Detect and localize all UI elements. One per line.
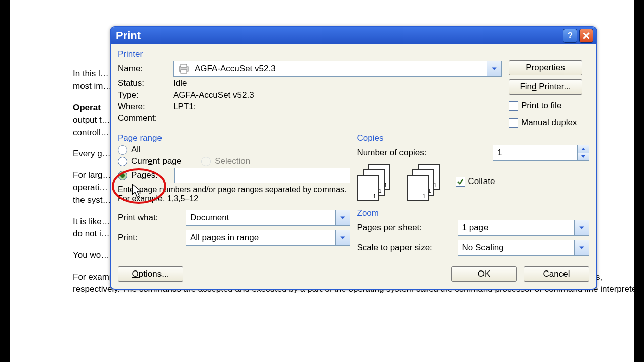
- dialog-title: Print: [116, 29, 561, 42]
- close-icon: [583, 32, 590, 39]
- copies-spinner[interactable]: 1: [493, 145, 589, 161]
- radio-icon: [201, 157, 211, 166]
- printer-name-combo[interactable]: AGFA-AccuSet v52.3: [173, 61, 502, 77]
- radio-icon: [118, 157, 127, 166]
- name-label: Name:: [118, 64, 173, 74]
- options-button[interactable]: Options...: [118, 266, 183, 282]
- pages-hint: Enter page numbers and/or page ranges se…: [118, 185, 350, 203]
- status-value: Idle: [173, 78, 187, 88]
- close-button[interactable]: [579, 29, 593, 43]
- print-to-file-checkbox[interactable]: Print to file: [509, 101, 589, 111]
- radio-icon: [118, 171, 127, 180]
- checkbox-icon: [509, 118, 518, 128]
- pages-per-sheet-label: Pages per sheet:: [357, 223, 458, 233]
- printer-icon: [178, 64, 190, 74]
- svg-rect-2: [181, 70, 187, 73]
- properties-button[interactable]: PPropertiesroperties: [509, 60, 582, 75]
- ok-button[interactable]: OK: [451, 266, 517, 282]
- titlebar[interactable]: Print ?: [111, 27, 596, 44]
- copies-legend: Copies: [357, 133, 590, 143]
- scale-label: Scale to paper size:: [357, 243, 458, 253]
- print-dialog: Print ? Printer Name:: [110, 26, 597, 290]
- print-combo[interactable]: All pages in range: [186, 230, 350, 246]
- chevron-down-icon: [487, 61, 501, 76]
- chevron-down-icon: [574, 240, 589, 255]
- checkbox-icon: [456, 177, 465, 187]
- copies-label: Number of copies:: [357, 148, 493, 158]
- chevron-down-icon: [335, 210, 350, 225]
- where-value: LPT1:: [173, 102, 196, 112]
- chevron-down-icon: [335, 230, 350, 245]
- comment-label: Comment:: [118, 113, 173, 123]
- cancel-button[interactable]: Cancel: [524, 266, 589, 282]
- print-what-combo[interactable]: Document: [186, 210, 350, 226]
- copies-value: 1: [493, 145, 577, 160]
- collate-diagram: 1 1 1: [357, 164, 396, 199]
- manual-duplex-checkbox[interactable]: Manual duplex: [509, 118, 589, 128]
- help-button[interactable]: ?: [563, 29, 577, 43]
- spinner-down[interactable]: [578, 153, 589, 161]
- type-value: AGFA-AccuSet v52.3: [173, 90, 254, 100]
- radio-selection: Selection: [201, 156, 250, 166]
- radio-all[interactable]: All: [118, 145, 350, 155]
- print-label: Print:: [118, 233, 186, 243]
- spinner-up[interactable]: [578, 145, 589, 153]
- status-label: Status:: [118, 78, 173, 88]
- zoom-legend: Zoom: [357, 208, 590, 218]
- checkbox-icon: [509, 101, 518, 111]
- page-range-legend: Page range: [118, 133, 350, 143]
- scale-combo[interactable]: No Scaling: [458, 240, 590, 256]
- where-label: Where:: [118, 102, 173, 112]
- type-label: Type:: [118, 90, 173, 100]
- chevron-down-icon: [574, 220, 589, 235]
- radio-pages[interactable]: Pages:: [118, 170, 174, 180]
- pages-per-sheet-combo[interactable]: 1 page: [458, 220, 590, 236]
- pages-input[interactable]: [174, 168, 350, 183]
- svg-rect-1: [181, 64, 187, 67]
- printer-name-value: AGFA-AccuSet v52.3: [195, 64, 276, 74]
- radio-current-page[interactable]: Current page: [118, 156, 181, 166]
- print-what-label: Print what:: [118, 213, 186, 223]
- radio-icon: [118, 145, 127, 155]
- collate-checkbox[interactable]: Collate: [456, 176, 495, 187]
- find-printer-button[interactable]: Find Printer...: [509, 79, 582, 95]
- collate-diagram: 1 1 1: [407, 164, 446, 199]
- printer-legend: Printer: [118, 49, 502, 59]
